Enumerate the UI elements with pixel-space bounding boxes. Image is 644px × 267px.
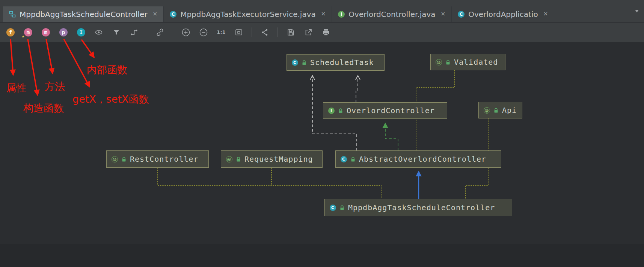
actual-size-button[interactable]: 1:1 bbox=[215, 26, 228, 39]
export-button[interactable] bbox=[302, 26, 315, 39]
node-restcontroller[interactable]: @ RestController bbox=[106, 150, 209, 168]
property-icon: p bbox=[59, 28, 68, 36]
export-icon bbox=[304, 28, 313, 37]
eye-icon bbox=[94, 28, 103, 37]
node-label: RestController bbox=[130, 155, 199, 164]
fit-content-button[interactable] bbox=[232, 26, 245, 39]
java-interface-icon: I bbox=[338, 11, 345, 18]
tab-label: OverlordApplicatio bbox=[468, 10, 538, 19]
annotation-icon: @ bbox=[484, 107, 490, 114]
funnel-icon bbox=[112, 28, 121, 37]
toolbar-separator bbox=[278, 27, 278, 37]
fit-content-icon bbox=[234, 28, 243, 37]
methods-button[interactable]: m bbox=[39, 26, 52, 39]
java-class-icon: C bbox=[170, 11, 176, 18]
uml-diagram-canvas[interactable]: C ScheduledTask @ Validated I OverlordCo… bbox=[0, 42, 644, 244]
toolbar-separator bbox=[252, 27, 252, 37]
interface-icon: I bbox=[328, 108, 335, 114]
tabs-overflow-chevron-icon[interactable] bbox=[635, 10, 639, 12]
tab-mppdbaggtaskexecutorservice[interactable]: C MppdbAggTaskExecutorService.java ✕ bbox=[164, 6, 332, 22]
lock-icon bbox=[350, 156, 356, 162]
node-validated[interactable]: @ Validated bbox=[430, 54, 505, 70]
lock-icon bbox=[302, 60, 307, 65]
inner-classes-button[interactable]: I bbox=[75, 26, 87, 39]
close-icon[interactable]: ✕ bbox=[321, 11, 326, 17]
zoom-out-icon bbox=[199, 27, 208, 37]
tab-label: MppdbAggTaskScheduleController bbox=[20, 10, 148, 19]
close-icon[interactable]: ✕ bbox=[441, 11, 446, 17]
zoom-out-button[interactable] bbox=[197, 26, 210, 39]
lock-icon bbox=[339, 205, 345, 211]
node-label: MppdbAggTaskScheduleController bbox=[348, 203, 495, 212]
one-to-one-icon: 1:1 bbox=[217, 29, 225, 35]
edge-overlordcontroller-implements-scheduledtask bbox=[356, 76, 358, 102]
route-icon bbox=[130, 28, 139, 37]
tab-label: MppdbAggTaskExecutorService.java bbox=[180, 10, 316, 19]
toolbar-separator bbox=[147, 27, 147, 37]
abstract-class-icon: C bbox=[341, 156, 347, 162]
tab-overlordcontroller[interactable]: I OverlordController.java ✕ bbox=[332, 6, 452, 22]
star-overlay-icon: ★ bbox=[22, 33, 24, 39]
close-icon[interactable]: ✕ bbox=[543, 11, 548, 17]
save-icon bbox=[286, 28, 295, 37]
node-scheduledtask[interactable]: C ScheduledTask bbox=[287, 54, 385, 71]
field-icon: f bbox=[6, 28, 15, 36]
editor-tab-bar: MppdbAggTaskScheduleController ✕ C Mppdb… bbox=[0, 0, 644, 22]
tab-label: OverlordController.java bbox=[348, 10, 435, 19]
properties-button[interactable]: p bbox=[57, 26, 70, 39]
apply-layout-button[interactable] bbox=[258, 26, 271, 39]
print-icon bbox=[321, 28, 330, 37]
tab-overlordapplication[interactable]: C OverlordApplicatio ✕ bbox=[452, 6, 554, 22]
method-icon: m bbox=[42, 28, 50, 36]
visibility-button[interactable] bbox=[92, 26, 105, 39]
edge-annotation-restcontroller bbox=[158, 168, 381, 199]
node-label: OverlordController bbox=[347, 106, 435, 115]
print-button[interactable] bbox=[320, 26, 332, 39]
constructor-icon: m★ bbox=[24, 28, 32, 36]
class-icon: C bbox=[292, 59, 298, 66]
lock-icon bbox=[121, 156, 127, 162]
diagram-toolbar: f m★ m p I bbox=[0, 23, 644, 42]
zoom-in-button[interactable] bbox=[179, 26, 192, 39]
annotation-icon: @ bbox=[112, 156, 118, 162]
edge-abstractoverlordcontroller-implements-overlordcontroller bbox=[385, 124, 398, 150]
zoom-in-icon bbox=[181, 27, 191, 37]
save-button[interactable] bbox=[284, 26, 297, 39]
lock-icon bbox=[236, 156, 241, 162]
node-label: ScheduledTask bbox=[310, 58, 374, 67]
node-label: RequestMapping bbox=[244, 155, 313, 164]
java-application-icon: C bbox=[458, 11, 465, 18]
toolbar-separator bbox=[173, 27, 173, 37]
graph-layout-icon bbox=[260, 28, 269, 37]
link-icon bbox=[155, 28, 164, 37]
node-label: Validated bbox=[454, 58, 498, 67]
close-icon[interactable]: ✕ bbox=[153, 11, 158, 17]
node-overlordcontroller[interactable]: I OverlordController bbox=[323, 102, 447, 119]
class-icon: C bbox=[330, 205, 336, 211]
uml-diagram-icon bbox=[9, 11, 16, 18]
link-button[interactable] bbox=[154, 26, 166, 39]
fields-button[interactable]: f bbox=[4, 26, 17, 39]
node-api[interactable]: @ Api bbox=[478, 102, 522, 118]
node-label: Api bbox=[502, 106, 517, 115]
constructors-button[interactable]: m★ bbox=[22, 26, 35, 39]
edge-routing-button[interactable] bbox=[128, 26, 140, 39]
lock-icon bbox=[338, 108, 343, 114]
node-abstractoverlordcontroller[interactable]: C AbstractOverlordController bbox=[335, 150, 501, 168]
node-mppdbaggtaskschedulecontroller[interactable]: C MppdbAggTaskScheduleController bbox=[324, 199, 512, 216]
bottom-panel bbox=[0, 244, 644, 267]
tab-mppdbaggtaskschedulecontroller-diagram[interactable]: MppdbAggTaskScheduleController ✕ bbox=[3, 6, 164, 22]
filter-button[interactable] bbox=[110, 26, 123, 39]
annotation-icon: @ bbox=[436, 59, 442, 65]
inner-class-icon: I bbox=[77, 28, 85, 36]
node-label: AbstractOverlordController bbox=[359, 155, 486, 164]
annotation-icon: @ bbox=[226, 156, 232, 162]
lock-icon bbox=[445, 59, 451, 65]
diagram-edges bbox=[0, 42, 644, 244]
lock-icon bbox=[493, 108, 499, 113]
node-requestmapping[interactable]: @ RequestMapping bbox=[221, 150, 323, 168]
